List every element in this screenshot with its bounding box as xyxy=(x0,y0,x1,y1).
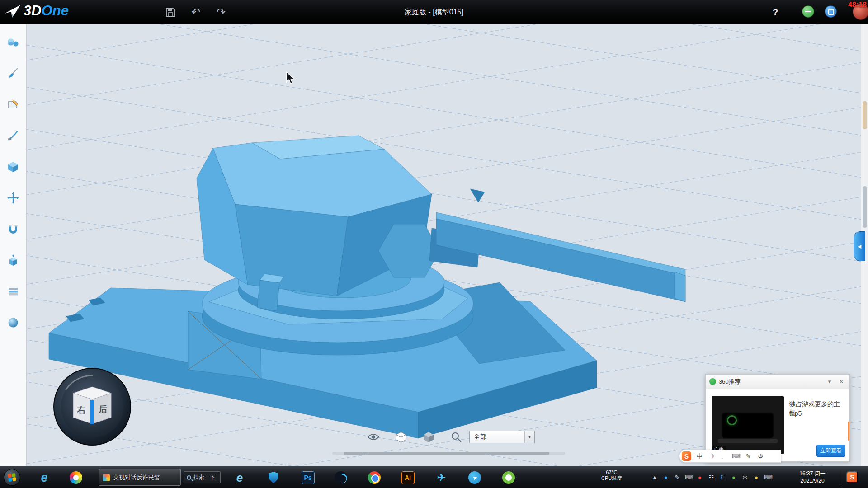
tray-divider xyxy=(841,470,841,485)
shaded-cube-icon[interactable] xyxy=(421,430,436,444)
scroll-thumb-upper[interactable] xyxy=(863,101,867,129)
scrollbar-thumb[interactable] xyxy=(344,452,549,455)
edge-browser-app[interactable]: e xyxy=(231,469,248,486)
ime-punct-icon[interactable]: 、 xyxy=(720,452,728,460)
edge-icon: e xyxy=(236,471,243,485)
save-button[interactable] xyxy=(164,5,177,19)
help-button[interactable]: ? xyxy=(769,5,782,19)
tray-show-hidden-icon[interactable]: ▲ xyxy=(651,474,658,481)
task-window-cctv[interactable]: 央视对话反诈民警 xyxy=(99,469,181,486)
illustrator-icon: Ai xyxy=(401,471,415,484)
viewport-bottom-toolbar xyxy=(366,430,463,444)
tool-primitives-button[interactable] xyxy=(5,34,21,50)
ime-settings-gear-icon[interactable]: ⚙ xyxy=(756,453,764,460)
tool-extrude-button[interactable] xyxy=(5,253,21,268)
viewcube-face-label-right: 右 xyxy=(77,405,86,415)
tray-app-icon[interactable]: ● xyxy=(730,474,737,481)
tim-app[interactable]: ✈ xyxy=(433,469,449,486)
chevron-left-icon: ◀ xyxy=(858,244,861,249)
minimize-button[interactable] xyxy=(802,5,814,18)
tool-trim-button[interactable] xyxy=(5,128,21,143)
tool-sketch-plane-button[interactable] xyxy=(5,97,21,112)
start-button[interactable] xyxy=(4,469,20,486)
tool-move-button[interactable] xyxy=(5,190,21,206)
sogou-logo-icon[interactable]: S xyxy=(682,451,691,461)
sogou-ime-bar: S 中 ☽ 、 ⌨ ✎ ⚙ xyxy=(679,450,781,463)
tray-app-icon[interactable]: ● xyxy=(753,474,760,481)
brand-one: One xyxy=(42,3,69,19)
taskbar-search-box[interactable]: 搜索一下 xyxy=(184,471,221,483)
photoshop-app[interactable]: Ps xyxy=(300,469,316,486)
paper-plane-icon xyxy=(4,3,22,19)
tool-section-button[interactable] xyxy=(5,284,21,299)
redo-button[interactable]: ↷ xyxy=(214,5,228,19)
3done-window: 右 后 全部 ▼ ◀ xyxy=(0,0,868,488)
tray-network-icon[interactable]: ☷ xyxy=(708,474,715,481)
move-icon xyxy=(7,192,19,204)
chevron-down-icon[interactable]: ▼ xyxy=(524,431,534,443)
cpu-temp-value: 67℃ xyxy=(601,469,622,475)
floppy-save-icon xyxy=(165,7,175,17)
ad-popup-360: 360推荐 ▾ ✕ 广告 独占游戏更多的主机 top5 立即查看 xyxy=(705,374,850,462)
security-shield-app[interactable] xyxy=(265,469,282,486)
ime-halfmoon-icon[interactable]: ☽ xyxy=(708,453,716,460)
clock-time: 16:37 周一 xyxy=(795,470,830,477)
scroll-thumb-lower[interactable] xyxy=(863,186,867,228)
tool-paintbrush-button[interactable] xyxy=(5,66,21,81)
tray-app-icon[interactable]: ● xyxy=(662,474,670,481)
360-green-app[interactable] xyxy=(500,469,517,486)
360-logo-icon xyxy=(709,378,716,385)
zoom-search-icon[interactable] xyxy=(449,430,463,444)
tool-solid-cube-button[interactable] xyxy=(5,159,21,174)
ime-lang-icon[interactable]: 中 xyxy=(695,452,703,460)
side-panel-expand-tab[interactable]: ◀ xyxy=(854,231,865,261)
chrome-app[interactable] xyxy=(366,469,382,486)
paintbrush-icon xyxy=(7,67,19,79)
ime-keyboard-icon[interactable]: ⌨ xyxy=(732,453,740,460)
display-filter-dropdown[interactable]: 全部 ▼ xyxy=(469,431,535,443)
sogou-browser-app[interactable] xyxy=(68,469,84,486)
tool-magnet-button[interactable] xyxy=(5,221,21,237)
windows-logo-icon xyxy=(8,473,17,482)
ad-image-xbox[interactable] xyxy=(712,396,784,454)
viewcube-selected-edge[interactable] xyxy=(90,400,94,424)
tray-mail-icon[interactable]: ✉ xyxy=(741,474,749,481)
primitives-icon xyxy=(7,36,19,48)
visibility-eye-icon[interactable] xyxy=(366,430,381,444)
ad-popup-title: 360推荐 xyxy=(719,378,822,386)
tray-keyboard-icon[interactable]: ⌨ xyxy=(685,474,692,481)
taskbar-clock[interactable]: 16:37 周一 2021/9/20 xyxy=(795,470,830,484)
console-power-ring xyxy=(727,415,737,425)
tool-sphere-button[interactable] xyxy=(5,315,21,330)
quark-browser-app[interactable] xyxy=(333,469,349,486)
ad-close-icon[interactable]: ✕ xyxy=(837,378,846,385)
ad-text-line2: top5 xyxy=(789,410,802,417)
ime-pen-icon[interactable]: ✎ xyxy=(744,453,752,460)
ad-cta-button[interactable]: 立即查看 xyxy=(816,445,845,457)
telegram-app[interactable]: ➤ xyxy=(467,469,483,486)
tray-app-icon[interactable]: ● xyxy=(696,474,703,481)
internet-explorer-app[interactable]: e xyxy=(36,469,52,486)
tray-flag-icon[interactable]: ⚐ xyxy=(719,474,726,481)
sogou-tray-app[interactable]: S xyxy=(846,471,858,483)
maximize-button[interactable] xyxy=(825,5,837,18)
quark-browser-icon xyxy=(335,471,347,484)
window-title: 家庭版 - [模型015] xyxy=(405,0,463,24)
wireframe-cube-icon[interactable] xyxy=(394,430,408,444)
ad-collapse-button[interactable]: ▾ xyxy=(825,378,834,385)
trim-icon xyxy=(7,130,19,141)
tray-input-icon[interactable]: ⌨ xyxy=(764,474,771,481)
titlebar: 3DOne ↶ ↷ 家庭版 - [模型015] ? 48:18 xyxy=(0,0,868,24)
undo-button[interactable]: ↶ xyxy=(189,5,203,19)
quick-actions: ↶ ↷ xyxy=(164,0,228,24)
360-green-icon xyxy=(502,471,515,484)
chrome-icon xyxy=(368,471,381,484)
task-favicon xyxy=(103,474,110,481)
photoshop-icon: Ps xyxy=(302,471,315,484)
viewcube-navigator[interactable]: 右 后 xyxy=(52,367,132,446)
tray-pen-icon[interactable]: ✎ xyxy=(674,474,681,481)
ad-scrollbar-thumb[interactable] xyxy=(848,422,849,441)
viewport-horizontal-scrollbar[interactable] xyxy=(332,452,565,455)
cpu-temperature-widget: 67℃ CPU温度 xyxy=(601,469,622,481)
illustrator-app[interactable]: Ai xyxy=(400,469,416,486)
